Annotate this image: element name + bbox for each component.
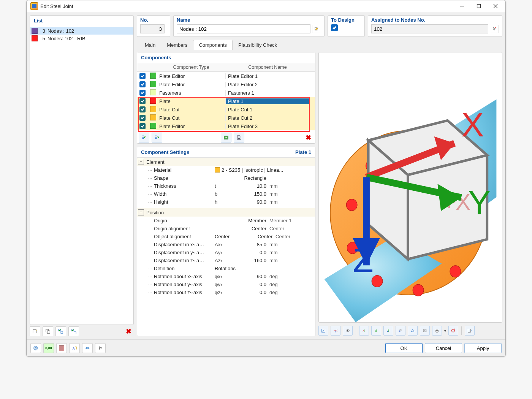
settings-title: Component Settings [141, 149, 189, 155]
property-row[interactable]: Displacement in x₁-a… Δx₁ 85.0 mm [137, 241, 315, 249]
property-row[interactable]: Displacement in y₁-a… Δy₁ 0.0 mm [137, 249, 315, 256]
svg-rect-1 [477, 5, 481, 8]
delete-button[interactable]: ✖ [123, 326, 134, 336]
svg-rect-48 [436, 329, 438, 330]
view-perspective-button[interactable] [408, 326, 418, 336]
tab-members[interactable]: Members [161, 40, 193, 50]
settings-group[interactable]: −Position [137, 208, 315, 217]
component-row[interactable]: Plate Cut Plate Cut 2 [137, 114, 315, 122]
formula-button[interactable]: fx [95, 343, 106, 353]
text-settings-button[interactable]: A [69, 343, 80, 353]
prop-symbol: φx₁ [213, 274, 226, 279]
tab-plausibility-check[interactable]: Plausibility Check [233, 40, 283, 50]
prop-label: Rotation about z₁-axis [137, 290, 213, 295]
window-title: Edit Steel Joint [40, 3, 73, 9]
edit-name-button[interactable] [312, 25, 321, 33]
row-checkbox[interactable] [139, 115, 146, 121]
property-row[interactable]: Thickness t 10.0 mm [137, 182, 315, 190]
property-row[interactable]: DefinitionRotations [137, 264, 315, 272]
component-row[interactable]: Fasteners Fasteners 1 [137, 89, 315, 97]
ok-button[interactable]: OK [385, 343, 423, 353]
move-up-button[interactable] [139, 133, 149, 142]
component-row[interactable]: Plate Cut Plate Cut 1 [137, 105, 315, 114]
components-tools: ✖ [137, 130, 315, 143]
property-row[interactable]: Rotation about x₁-axis φx₁ 90.0 deg [137, 272, 315, 280]
color-button[interactable] [56, 343, 67, 353]
list-item[interactable]: 3 Nodes : 102 [30, 27, 133, 35]
collapse-icon[interactable]: − [138, 209, 144, 215]
pick-nodes-button[interactable] [490, 25, 499, 33]
view-print-button[interactable] [432, 326, 442, 336]
no-input[interactable] [140, 24, 165, 33]
collapse-icon[interactable]: − [138, 159, 144, 165]
view-iso-button[interactable]: Z [396, 326, 405, 336]
svg-rect-6 [47, 331, 50, 333]
property-row[interactable]: Material2 - S235 | Isotropic | Linea... [137, 166, 315, 174]
property-row[interactable]: Displacement in z₁-a… Δz₁ -160.0 mm [137, 256, 315, 264]
row-checkbox[interactable] [139, 98, 146, 104]
maximize-button[interactable] [470, 1, 487, 11]
delete-component-button[interactable]: ✖ [303, 133, 314, 142]
view-visibility-button[interactable] [343, 326, 353, 336]
left-panel: List 3 Nodes : 102 5 Nodes: 102 - RIB ✖ [30, 15, 134, 336]
component-row[interactable]: Plate Plate 1 [137, 97, 315, 105]
cancel-button[interactable]: Cancel [425, 343, 462, 353]
layer-button[interactable] [82, 343, 93, 353]
view-axes-button[interactable] [331, 326, 340, 336]
property-row[interactable]: Height h 90.0 mm [137, 198, 315, 206]
property-row[interactable]: Width b 150.0 mm [137, 190, 315, 198]
view-fit-button[interactable] [318, 326, 328, 336]
viewport-3d[interactable]: +X X Y Z [318, 52, 502, 323]
prop-unit: deg [268, 290, 298, 295]
minimize-button[interactable] [454, 1, 470, 11]
view-y-button[interactable]: Y [371, 326, 381, 336]
property-row[interactable]: Object alignmentCenterCenterCenter [137, 233, 315, 241]
component-row[interactable]: Plate Editor Plate Editor 1 [137, 72, 315, 80]
units-button[interactable]: 0,00 [43, 343, 54, 353]
assigned-nodes-input[interactable] [371, 24, 488, 33]
no-label: No. [140, 17, 167, 23]
property-row[interactable]: Rotation about y₁-axis φy₁ 0.0 deg [137, 280, 315, 288]
view-reset-button[interactable] [448, 326, 458, 336]
row-checkbox[interactable] [139, 106, 146, 112]
settings-group[interactable]: −Element [137, 158, 315, 166]
svg-point-42 [347, 330, 348, 331]
property-row[interactable]: Shape Rectangle [137, 174, 315, 182]
row-type: Plate Cut [157, 115, 225, 121]
prop-symbol: φy₁ [213, 282, 226, 287]
new-button[interactable] [30, 326, 40, 336]
row-type: Plate Editor [157, 124, 225, 129]
component-row[interactable]: Plate Editor Plate Editor 3 [137, 122, 315, 130]
list-item[interactable]: 5 Nodes: 102 - RIB [30, 35, 133, 42]
apply-button[interactable]: Apply [464, 343, 502, 353]
svg-rect-8 [61, 331, 63, 333]
to-design-label: To Design [331, 17, 355, 23]
move-down-button[interactable] [152, 133, 162, 142]
to-design-checkbox[interactable] [331, 24, 338, 31]
assigned-nodes-panel: Assigned to Nodes No. [368, 15, 502, 37]
close-button[interactable] [487, 1, 504, 11]
property-row[interactable]: Origin Member Member 1 [137, 217, 315, 225]
tab-components[interactable]: Components [193, 40, 233, 50]
prop-unit: deg [268, 274, 298, 279]
row-checkbox[interactable] [139, 73, 146, 79]
row-checkbox[interactable] [139, 90, 146, 96]
copy-button[interactable] [43, 326, 53, 336]
property-row[interactable]: Origin alignment Center Center [137, 225, 315, 233]
view-x-button[interactable]: X [359, 326, 369, 336]
view-z-button[interactable]: Z [383, 326, 393, 336]
view-detach-button[interactable] [465, 326, 475, 336]
help-button[interactable]: ? [30, 343, 41, 353]
save-component-button[interactable] [234, 133, 244, 142]
component-row[interactable]: Plate Editor Plate Editor 2 [137, 80, 315, 89]
property-row[interactable]: Rotation about z₁-axis φz₁ 0.0 deg [137, 288, 315, 296]
library-button[interactable] [221, 133, 231, 142]
row-checkbox[interactable] [139, 123, 146, 129]
check-all-button[interactable] [55, 326, 66, 336]
name-input[interactable] [177, 24, 310, 33]
view-wireframe-button[interactable] [420, 326, 430, 336]
tab-main[interactable]: Main [139, 40, 161, 50]
check-toggle-button[interactable] [68, 326, 79, 336]
row-color-swatch [150, 89, 156, 95]
row-checkbox[interactable] [139, 81, 146, 87]
